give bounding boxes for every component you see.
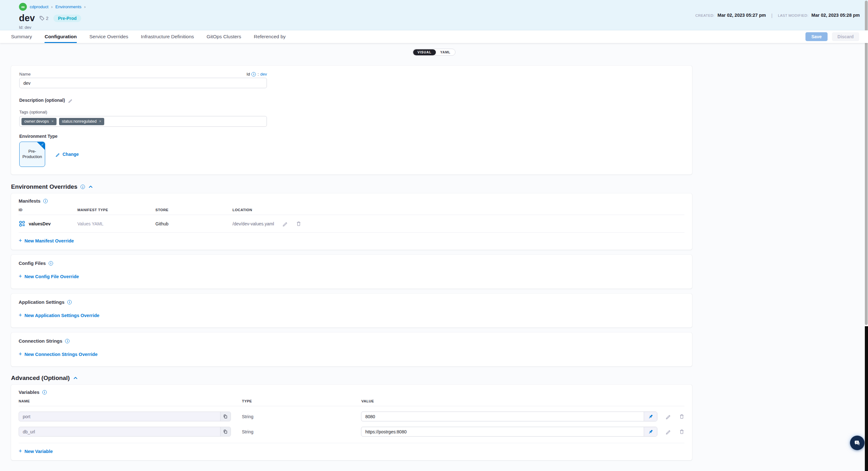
plus-icon: +	[19, 351, 22, 357]
tag-chip-label: status:nonregulated	[62, 119, 97, 124]
variable-type: String	[242, 414, 361, 419]
new-variable-link[interactable]: + New Variable	[19, 449, 684, 454]
new-connection-strings-override-link[interactable]: + New Connection Strings Override	[19, 352, 684, 357]
edit-manifest-button[interactable]	[282, 221, 288, 226]
toggle-yaml[interactable]: YAML	[436, 49, 455, 55]
help-chat-button[interactable]: ?	[850, 436, 865, 450]
col-store: STORE	[155, 208, 232, 212]
tab-summary[interactable]: Summary	[11, 30, 32, 43]
entity-id: Id: dev	[19, 25, 868, 30]
variables-card: Variables i NAME TYPE VALUE port	[11, 385, 692, 460]
edit-description-icon[interactable]	[68, 98, 73, 103]
info-icon[interactable]: i	[43, 199, 48, 203]
tag-chip: status:nonregulated ×	[59, 118, 104, 125]
variable-row: port String 8080	[19, 412, 684, 421]
application-settings-card: Application Settings i + New Application…	[11, 294, 692, 327]
pencil-icon	[665, 429, 671, 434]
pin-icon	[648, 429, 653, 434]
new-manifest-override-label: New Manifest Override	[25, 238, 74, 243]
delete-variable-button[interactable]	[679, 414, 684, 419]
breadcrumb-separator-icon: ›	[84, 5, 86, 9]
environment-overrides-title: Environment Overrides	[11, 183, 78, 190]
tags-input[interactable]: owner:devops × status:nonregulated ×	[19, 116, 267, 127]
save-button[interactable]: Save	[805, 32, 828, 41]
name-label: Name	[19, 72, 31, 77]
collapse-chevron-icon[interactable]	[88, 184, 93, 189]
fixed-value-pin-button[interactable]	[644, 427, 657, 436]
change-env-type-link[interactable]: Change	[55, 152, 79, 157]
delete-variable-button[interactable]	[679, 429, 684, 434]
edit-pencil-icon	[55, 152, 60, 157]
trash-icon	[679, 414, 684, 419]
copy-variable-button[interactable]	[220, 412, 230, 421]
breadcrumb-environments[interactable]: Environments	[55, 4, 82, 9]
new-application-settings-override-link[interactable]: + New Application Settings Override	[19, 313, 684, 318]
tab-service-overrides[interactable]: Service Overrides	[89, 30, 128, 43]
new-manifest-override-link[interactable]: + New Manifest Override	[19, 238, 684, 243]
env-type-card-preproduction[interactable]: Pre-Production ✓	[19, 142, 45, 167]
delete-manifest-button[interactable]	[296, 221, 301, 226]
vertical-scrollbar-thumb[interactable]	[865, 1, 868, 325]
tab-gitops-clusters[interactable]: GitOps Clusters	[207, 30, 241, 43]
description-label: Description (optional)	[19, 98, 65, 103]
manifest-type: Values YAML	[78, 221, 155, 226]
info-icon[interactable]: i	[65, 339, 69, 343]
new-config-file-override-label: New Config File Override	[25, 274, 79, 279]
variable-value-input[interactable]: 8080	[361, 412, 657, 421]
remove-tag-icon[interactable]: ×	[99, 119, 101, 124]
check-icon: ✓	[41, 142, 44, 147]
visual-yaml-toggle: VISUAL YAML	[412, 49, 456, 56]
config-files-title: Config Files	[19, 261, 46, 266]
cd-module-icon[interactable]: ∞	[19, 3, 27, 11]
variable-value: 8080	[361, 412, 644, 421]
discard-button[interactable]: Discard	[832, 32, 859, 41]
variable-name-value: port	[19, 412, 220, 421]
info-icon[interactable]: i	[67, 300, 72, 304]
manifests-table-header: ID MANIFEST TYPE STORE LOCATION	[19, 208, 684, 215]
name-input[interactable]	[19, 78, 267, 88]
env-type-badge: Pre-Prod	[53, 14, 81, 22]
breadcrumb-project[interactable]: cdproduct	[30, 4, 48, 9]
copy-variable-button[interactable]	[220, 427, 230, 436]
info-icon[interactable]: i	[49, 261, 53, 266]
tab-referenced-by[interactable]: Referenced by	[254, 30, 286, 43]
toggle-visual[interactable]: VISUAL	[413, 49, 436, 55]
config-files-card: Config Files i + New Config File Overrid…	[11, 255, 692, 289]
fixed-value-pin-button[interactable]	[644, 412, 657, 421]
info-icon[interactable]: i	[81, 185, 85, 189]
page-title: dev	[19, 13, 35, 23]
meta-divider: |	[770, 13, 774, 18]
breadcrumb-separator-icon: ›	[51, 5, 53, 9]
edit-variable-button[interactable]	[665, 429, 671, 434]
new-config-file-override-link[interactable]: + New Config File Override	[19, 274, 684, 279]
advanced-title: Advanced (Optional)	[11, 375, 70, 382]
collapse-chevron-icon[interactable]	[73, 376, 78, 381]
variable-name-input[interactable]: port	[19, 412, 231, 421]
pin-icon	[648, 414, 653, 419]
copy-icon	[223, 414, 228, 419]
env-type-card-label: Pre-Production	[21, 149, 43, 159]
variable-value-input[interactable]: https://postrges:8080	[361, 427, 657, 437]
manifest-row: valuesDev Values YAML Github /dev/dev-va…	[19, 215, 684, 233]
remove-tag-icon[interactable]: ×	[52, 119, 54, 124]
pencil-icon	[282, 221, 288, 226]
id-inline-value[interactable]: dev	[260, 72, 267, 77]
variable-name-input[interactable]: db_url	[19, 427, 231, 437]
id-inline: Id i : dev	[247, 72, 267, 77]
info-icon[interactable]: i	[42, 390, 47, 394]
last-modified-value: Mar 02, 2023 05:28 pm	[811, 13, 860, 18]
environment-form-card: Name Id i : dev Description (optional) T…	[11, 66, 692, 175]
variable-name-value: db_url	[19, 427, 220, 436]
tab-bar: Summary Configuration Service Overrides …	[0, 30, 868, 43]
edit-variable-button[interactable]	[665, 414, 671, 419]
advanced-heading: Advanced (Optional)	[11, 375, 692, 382]
new-variable-label: New Variable	[25, 449, 53, 454]
info-icon[interactable]: i	[251, 72, 256, 77]
tab-infrastructure-definitions[interactable]: Infrastructure Definitions	[141, 30, 194, 43]
connection-strings-card: Connection Strings i + New Connection St…	[11, 332, 692, 366]
tab-configuration[interactable]: Configuration	[44, 30, 77, 43]
variables-title: Variables	[19, 389, 39, 395]
header-meta: CREATED: Mar 02, 2023 05:27 pm | LAST MO…	[695, 12, 860, 18]
created-label: CREATED:	[695, 13, 715, 18]
change-label: Change	[63, 152, 79, 157]
